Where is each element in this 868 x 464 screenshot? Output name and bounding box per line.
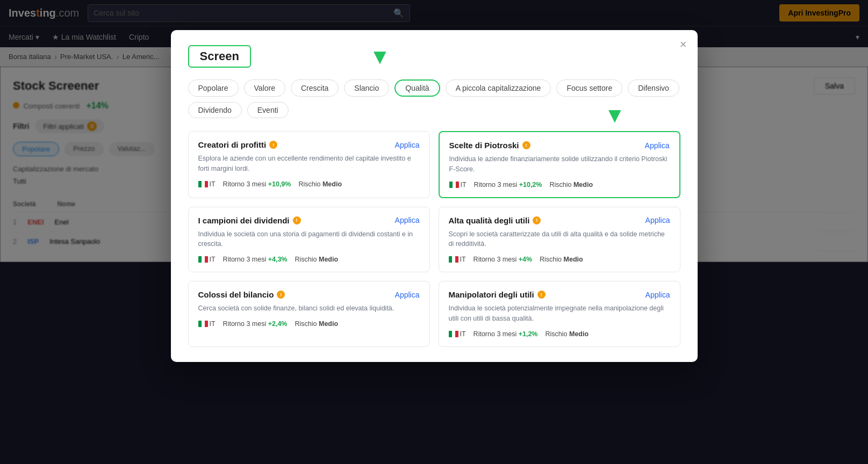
card-alta-qualita[interactable]: Alta qualità degli utili ! Applica Scopr… [439, 207, 680, 263]
tab-dividendo[interactable]: Dividendo [188, 102, 242, 118]
tab-difensivo[interactable]: Difensivo [628, 79, 679, 97]
flag-it: IT [198, 180, 216, 188]
tab-crescita[interactable]: Crescita [291, 79, 339, 97]
modal: × Screen ▼ Popolare Valore Crescita Slan… [171, 30, 698, 262]
tab-popolare[interactable]: Popolare [188, 79, 239, 97]
tab-piccola-cap[interactable]: A piccola capitalizzazione [446, 79, 551, 97]
screen-title-box: Screen [188, 45, 251, 68]
card-stats-piotroski: IT Ritorno 3 mesi +10,2% Rischio Medio [449, 181, 670, 189]
card-desc-piotroski: Individua le aziende finanziariamente so… [449, 154, 670, 175]
apply-link-3[interactable]: Applica [645, 216, 670, 224]
card-campioni-dividendi[interactable]: I campioni dei dividendi ! Applica Indiv… [188, 207, 430, 263]
cards-grid: Creatori di profitti ! Applica Esplora l… [188, 131, 680, 262]
apply-link-2[interactable]: Applica [395, 216, 420, 224]
info-icon-1: ! [522, 141, 530, 149]
card-desc-2: Individua le società con una storia di p… [198, 229, 420, 250]
card-desc: Esplora le aziende con un eccellente ren… [198, 154, 420, 174]
green-arrow-top: ▼ [369, 47, 391, 66]
tab-eventi[interactable]: Eventi [247, 102, 289, 118]
card-scelte-piotroski[interactable]: ▼ Scelte di Piotroski ! Applica Individu… [439, 131, 680, 198]
modal-close-button[interactable]: × [680, 39, 687, 50]
flag-it-3: IT [449, 256, 466, 262]
card-stats-2: IT Ritorno 3 mesi +4,3% Rischio Medio [198, 256, 420, 262]
modal-overlay: × Screen ▼ Popolare Valore Crescita Slan… [0, 0, 868, 262]
tab-qualita[interactable]: Qualità [394, 79, 440, 97]
modal-header: Screen ▼ [188, 45, 680, 68]
card-stats-3: IT Ritorno 3 mesi +4% Rischio Medio [449, 256, 670, 262]
card-title-piotroski: Scelte di Piotroski ! [449, 141, 530, 150]
card-creatori-profitti[interactable]: Creatori di profitti ! Applica Esplora l… [188, 131, 430, 198]
modal-tab-arrow: ▼ [369, 47, 391, 66]
card-title: Creatori di profitti ! [198, 140, 278, 149]
info-icon: ! [269, 141, 277, 149]
card-stats: IT Ritorno 3 mesi +10,9% Rischio Medio [198, 180, 420, 188]
tab-valore[interactable]: Valore [244, 79, 285, 97]
flag-it-1: IT [449, 181, 467, 189]
apply-link-0[interactable]: Applica [395, 141, 420, 149]
tab-focus-settore[interactable]: Focus settore [556, 79, 622, 97]
card-desc-3: Scopri le società caratterizzate da util… [449, 229, 670, 250]
flag-it-2: IT [198, 256, 216, 262]
green-arrow-card: ▼ [604, 104, 626, 126]
card-title-3: Alta qualità degli utili ! [449, 216, 541, 225]
card-title-2: I campioni dei dividendi ! [198, 216, 301, 225]
info-icon-2: ! [293, 216, 301, 224]
tab-slancio[interactable]: Slancio [344, 79, 389, 97]
apply-link-1[interactable]: Applica [645, 141, 670, 150]
info-icon-3: ! [533, 216, 541, 224]
